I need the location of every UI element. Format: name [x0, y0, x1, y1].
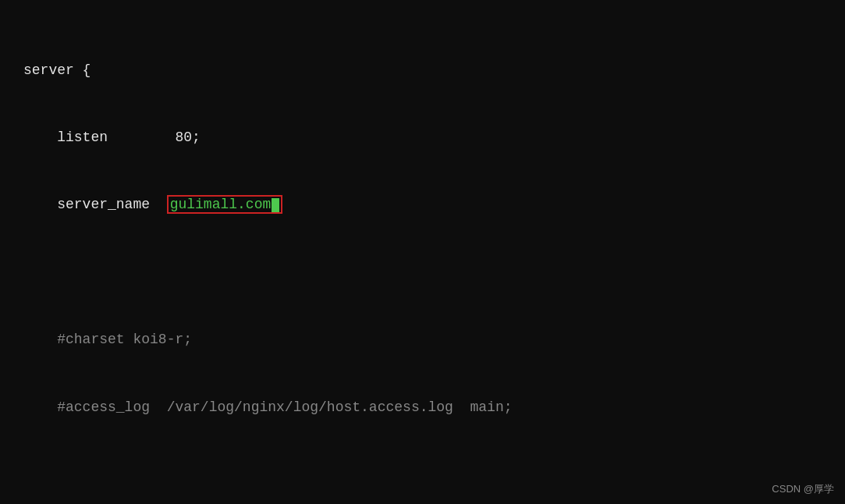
- line-empty1: [23, 261, 822, 284]
- code-editor: server { listen 80; server_name gulimall…: [0, 0, 845, 504]
- line-server-name: server_name gulimall.com: [23, 193, 822, 216]
- watermark: CSDN @厚学: [772, 482, 834, 496]
- line-server-open: server {: [23, 59, 822, 82]
- server-name-value-box: gulimall.com: [167, 195, 283, 214]
- line-listen: listen 80;: [23, 126, 822, 149]
- line-empty2: [23, 463, 822, 486]
- line-charset: #charset koi8-r;: [23, 328, 822, 351]
- line-access-log: #access_log /var/log/nginx/log/host.acce…: [23, 396, 822, 419]
- cursor: [272, 198, 279, 212]
